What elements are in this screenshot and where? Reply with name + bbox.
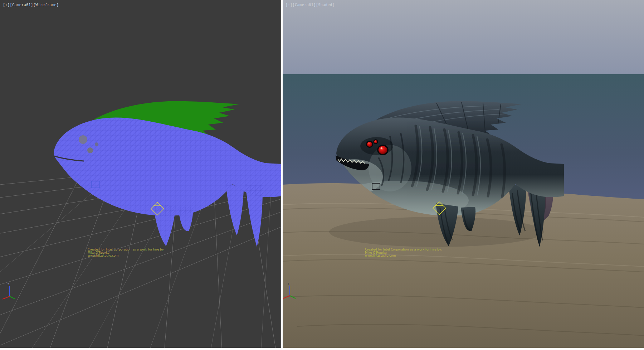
viewport-divider-background: [+][Camera01][Wireframe] [0,0,644,350]
wireframe-scene-canvas[interactable]: z [0,0,281,348]
axis-z-label: z [8,283,9,286]
viewport-shaded[interactable]: [+][Camera01][Shaded] [283,0,644,348]
viewport-menu-shading[interactable]: [Wireframe] [33,3,59,7]
viewport-label-left: [+][Camera01][Wireframe] [3,3,59,7]
viewport-menu-shading[interactable]: [Shaded] [316,3,335,7]
axis-z-label: z [288,282,289,285]
viewport-menu-camera[interactable]: [Camera01] [10,3,33,7]
viewport-wireframe[interactable]: [+][Camera01][Wireframe] [0,0,281,348]
shaded-scene-canvas[interactable]: z [283,0,644,348]
viewport-label-right: [+][Camera01][Shaded] [286,3,335,7]
viewport-menu-general[interactable]: [+] [286,3,293,7]
axis-tripod: z [3,283,15,299]
viewport-menu-general[interactable]: [+] [3,3,10,7]
wireframe-mesh-overlay [54,117,281,247]
viewport-menu-camera[interactable]: [Camera01] [293,3,316,7]
scene-watermark: Created for Intel Corporation as a work … [88,248,165,257]
watermark-line-3: www.fritzstudio.com [365,254,442,257]
fish-model-wireframe[interactable] [54,101,281,247]
watermark-line-3: www.fritzstudio.com [88,254,165,257]
fish-shadow [329,217,544,247]
scene-watermark: Created for Intel Corporation as a work … [365,248,442,257]
